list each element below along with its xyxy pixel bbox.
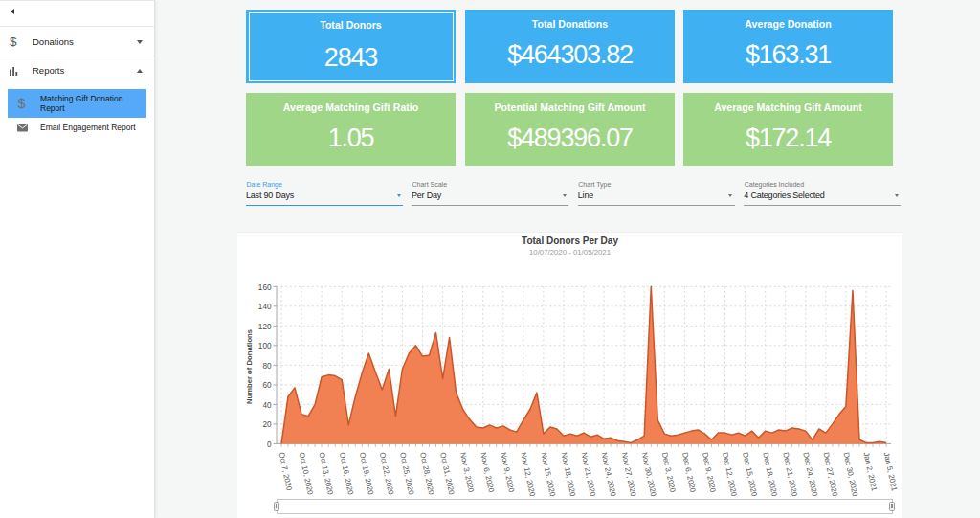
svg-text:Nov 6, 2020: Nov 6, 2020 xyxy=(479,451,496,493)
svg-text:Oct 16, 2020: Oct 16, 2020 xyxy=(338,451,355,496)
svg-text:Nov 15, 2020: Nov 15, 2020 xyxy=(539,451,557,497)
svg-text:40: 40 xyxy=(262,401,272,410)
svg-text:Oct 19, 2020: Oct 19, 2020 xyxy=(358,451,375,496)
svg-text:Dec 9, 2020: Dec 9, 2020 xyxy=(701,451,718,493)
svg-text:20: 20 xyxy=(262,420,272,429)
svg-text:Dec 21, 2020: Dec 21, 2020 xyxy=(781,451,799,497)
svg-text:Oct 10, 2020: Oct 10, 2020 xyxy=(298,451,315,496)
svg-text:Number of Donations: Number of Donations xyxy=(245,329,254,404)
svg-text:Oct 7, 2020: Oct 7, 2020 xyxy=(278,451,294,491)
svg-text:Nov 21, 2020: Nov 21, 2020 xyxy=(580,451,598,497)
svg-text:160: 160 xyxy=(258,283,272,292)
svg-text:Nov 24, 2020: Nov 24, 2020 xyxy=(600,451,618,497)
svg-text:120: 120 xyxy=(258,323,272,331)
svg-text:140: 140 xyxy=(258,303,272,311)
svg-text:Oct 25, 2020: Oct 25, 2020 xyxy=(398,451,415,496)
svg-text:Nov 12, 2020: Nov 12, 2020 xyxy=(519,451,537,497)
svg-text:Dec 15, 2020: Dec 15, 2020 xyxy=(741,451,759,497)
svg-text:0: 0 xyxy=(267,440,272,449)
svg-text:Dec 3, 2020: Dec 3, 2020 xyxy=(660,451,678,493)
svg-text:Nov 3, 2020: Nov 3, 2020 xyxy=(458,451,476,493)
svg-text:Oct 13, 2020: Oct 13, 2020 xyxy=(318,451,335,496)
svg-text:Jan 2, 2021: Jan 2, 2021 xyxy=(862,451,879,491)
svg-text:100: 100 xyxy=(258,342,272,350)
svg-text:Nov 9, 2020: Nov 9, 2020 xyxy=(499,451,516,493)
svg-text:Nov 18, 2020: Nov 18, 2020 xyxy=(560,451,578,497)
svg-text:Dec 12, 2020: Dec 12, 2020 xyxy=(721,451,739,497)
svg-text:Nov 27, 2020: Nov 27, 2020 xyxy=(620,451,638,497)
svg-text:Oct 28, 2020: Oct 28, 2020 xyxy=(418,451,435,496)
svg-text:Dec 18, 2020: Dec 18, 2020 xyxy=(761,451,779,497)
svg-text:Oct 31, 2020: Oct 31, 2020 xyxy=(438,451,456,496)
svg-text:Dec 27, 2020: Dec 27, 2020 xyxy=(821,451,839,497)
svg-text:Dec 6, 2020: Dec 6, 2020 xyxy=(680,451,698,493)
svg-text:Jan 5, 2021: Jan 5, 2021 xyxy=(882,451,899,491)
svg-text:Oct 22, 2020: Oct 22, 2020 xyxy=(378,451,395,496)
svg-text:Dec 24, 2020: Dec 24, 2020 xyxy=(801,451,819,497)
svg-text:Dec 30, 2020: Dec 30, 2020 xyxy=(841,451,859,497)
svg-text:Nov 30, 2020: Nov 30, 2020 xyxy=(640,451,658,497)
svg-text:60: 60 xyxy=(262,381,272,390)
svg-text:80: 80 xyxy=(262,362,272,371)
